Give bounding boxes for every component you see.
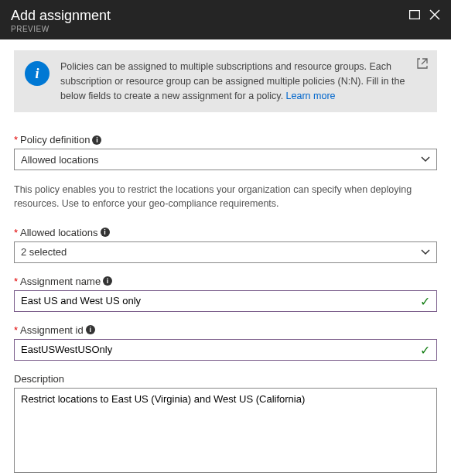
chevron-down-icon [421,247,430,258]
help-icon[interactable]: i [86,325,95,334]
chevron-down-icon [421,154,430,165]
blade-header: Add assignment PREVIEW [0,0,451,39]
description-value[interactable] [21,393,430,467]
check-icon: ✓ [420,343,430,358]
policy-definition-field: * Policy definition i Allowed locations [14,134,437,170]
assignment-name-field: * Assignment name i ✓ [14,276,437,312]
required-indicator: * [14,276,18,287]
allowed-locations-label-row: * Allowed locations i [14,227,437,238]
close-icon[interactable] [429,9,440,20]
allowed-locations-value: 2 selected [21,246,67,258]
check-icon: ✓ [420,294,430,309]
assignment-id-label-row: * Assignment id i [14,324,437,336]
assignment-id-label: Assignment id [20,324,84,336]
required-indicator: * [14,324,18,336]
svg-rect-0 [410,11,420,19]
help-icon[interactable]: i [101,228,110,237]
blade-title: Add assignment [11,8,409,24]
window-controls [409,9,440,20]
policy-definition-select[interactable]: Allowed locations [14,149,437,170]
description-field: Description [14,373,437,473]
policy-description: This policy enables you to restrict the … [14,183,437,211]
blade-content: i Policies can be assigned to multiple s… [0,39,451,476]
policy-definition-label-row: * Policy definition i [14,134,437,146]
assignment-name-value[interactable] [21,295,430,306]
policy-definition-label: Policy definition [20,134,90,146]
description-label: Description [14,373,64,385]
assignment-name-label: Assignment name [20,276,101,287]
allowed-locations-field: * Allowed locations i 2 selected [14,227,437,263]
learn-more-link[interactable]: Learn more [286,91,336,101]
help-icon[interactable]: i [103,276,112,286]
assignment-id-input[interactable]: ✓ [14,339,437,361]
info-message: Policies can be assigned to multiple sub… [60,61,405,101]
description-textarea[interactable] [14,388,437,473]
required-indicator: * [14,227,18,238]
policy-definition-value: Allowed locations [21,154,98,166]
info-banner: i Policies can be assigned to multiple s… [14,50,437,112]
assignment-name-label-row: * Assignment name i [14,276,437,287]
header-text-block: Add assignment PREVIEW [11,8,409,33]
assignment-id-field: * Assignment id i ✓ [14,324,437,361]
help-icon[interactable]: i [92,135,101,145]
required-indicator: * [14,134,18,146]
allowed-locations-select[interactable]: 2 selected [14,241,437,263]
info-icon: i [25,61,50,86]
assignment-name-input[interactable]: ✓ [14,290,437,312]
external-link-icon[interactable] [417,58,428,71]
blade-subtitle: PREVIEW [11,25,409,33]
maximize-icon[interactable] [409,10,420,19]
info-text: Policies can be assigned to multiple sub… [60,60,426,103]
description-label-row: Description [14,373,437,385]
allowed-locations-label: Allowed locations [20,227,97,238]
assignment-id-value[interactable] [21,344,430,355]
